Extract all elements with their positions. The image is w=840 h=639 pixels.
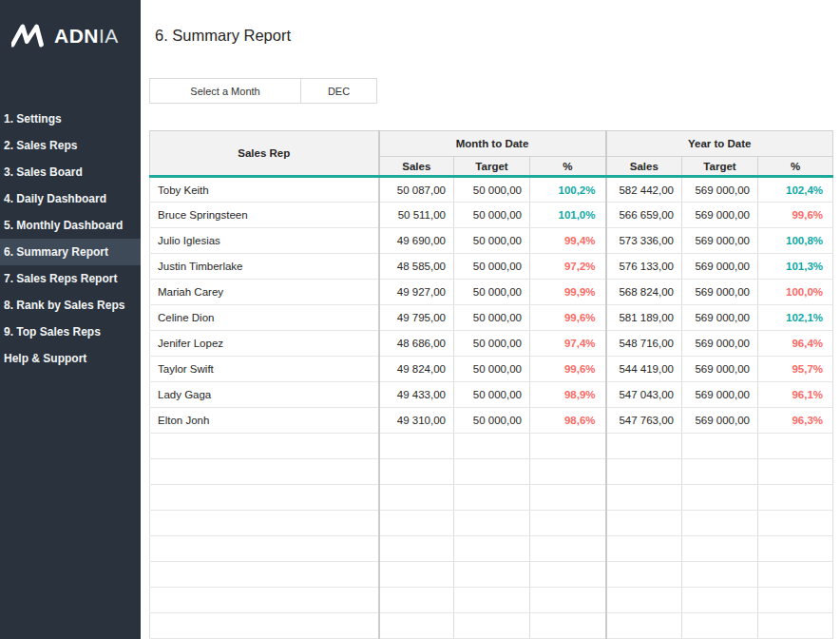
table-row: Taylor Swift49 824,0050 000,0099,6%544 4… (150, 357, 833, 382)
empty-row (150, 562, 833, 588)
cell-ytd-sales: 547 763,00 (606, 408, 682, 434)
month-selector-value[interactable]: DEC (301, 78, 377, 104)
table-header: Sales Rep Month to Date Year to Date Sal… (150, 131, 833, 177)
page-title: 6. Summary Report (155, 27, 291, 45)
cell-ytd-pct: 102,4% (758, 177, 833, 203)
adnia-mark-icon (11, 23, 48, 48)
empty-cell (682, 562, 758, 588)
empty-cell (379, 459, 454, 485)
cell-mtd-sales: 49 433,00 (379, 382, 454, 408)
cell-mtd-sales: 49 927,00 (379, 280, 454, 305)
cell-ytd-pct: 99,6% (758, 203, 833, 228)
cell-ytd-sales: 547 043,00 (606, 382, 682, 408)
sidebar-item-8-rank-by-sales-reps[interactable]: 8. Rank by Sales Reps (0, 292, 141, 319)
empty-cell (379, 613, 454, 639)
cell-mtd-pct: 97,4% (530, 331, 606, 357)
empty-cell (606, 459, 682, 485)
cell-ytd-pct: 100,8% (758, 228, 833, 254)
sidebar-item-6-summary-report[interactable]: 6. Summary Report (0, 239, 141, 265)
empty-cell (682, 588, 758, 613)
sidebar-item-5-monthly-dashboard[interactable]: 5. Monthly Dashboard (0, 212, 141, 239)
table-row: Celine Dion49 795,0050 000,0099,6%581 18… (150, 305, 833, 331)
table-row: Julio Iglesias49 690,0050 000,0099,4%573… (150, 228, 833, 254)
empty-cell (606, 613, 682, 639)
cell-ytd-target: 569 000,00 (682, 203, 758, 228)
empty-cell (758, 562, 833, 588)
brand-logo: ADNIA (0, 0, 141, 48)
empty-row (150, 613, 833, 639)
cell-ytd-target: 569 000,00 (682, 280, 758, 305)
cell-ytd-sales: 544 419,00 (606, 357, 682, 382)
cell-mtd-sales: 48 686,00 (379, 331, 454, 357)
subheader-ytd-sales: Sales (606, 157, 682, 177)
sidebar-item-4-daily-dashboard[interactable]: 4. Daily Dashboard (0, 185, 141, 212)
empty-cell (758, 434, 833, 459)
empty-cell (530, 434, 606, 459)
empty-cell (758, 485, 833, 511)
cell-mtd-target: 50 000,00 (454, 408, 530, 434)
empty-cell (454, 562, 530, 588)
col-header-sales-rep: Sales Rep (150, 131, 379, 177)
empty-cell (454, 588, 530, 613)
empty-cell (758, 511, 833, 536)
empty-cell (530, 613, 606, 639)
cell-mtd-target: 50 000,00 (454, 177, 530, 203)
empty-cell (530, 511, 606, 536)
sidebar-item-2-sales-reps[interactable]: 2. Sales Reps (0, 132, 141, 159)
cell-ytd-pct: 100,0% (758, 280, 833, 305)
cell-ytd-target: 569 000,00 (682, 408, 758, 434)
empty-row (150, 511, 833, 536)
cell-mtd-target: 50 000,00 (454, 280, 530, 305)
brand-name-bold: ADN (54, 25, 99, 47)
month-selector-label[interactable]: Select a Month (149, 78, 301, 104)
app-screen: ADNIA 1. Settings2. Sales Reps3. Sales B… (0, 0, 840, 639)
cell-mtd-sales: 49 690,00 (379, 228, 454, 254)
cell-mtd-target: 50 000,00 (454, 331, 530, 357)
sidebar-item-3-sales-board[interactable]: 3. Sales Board (0, 159, 141, 185)
table-row: Toby Keith50 087,0050 000,00100,2%582 44… (150, 177, 833, 203)
subheader-mtd-sales: Sales (379, 157, 454, 177)
cell-name: Lady Gaga (150, 382, 379, 408)
empty-cell (454, 434, 530, 459)
empty-cell (682, 459, 758, 485)
group-header-year-to-date: Year to Date (606, 131, 833, 157)
cell-mtd-pct: 99,9% (530, 280, 606, 305)
sidebar-item-1-settings[interactable]: 1. Settings (0, 106, 141, 132)
cell-mtd-pct: 101,0% (530, 203, 606, 228)
empty-row (150, 588, 833, 613)
empty-cell (454, 613, 530, 639)
cell-mtd-pct: 98,6% (530, 408, 606, 434)
empty-cell (379, 588, 454, 613)
cell-ytd-pct: 96,3% (758, 408, 833, 434)
subheader-ytd-target: Target (682, 157, 758, 177)
empty-cell (150, 536, 379, 562)
empty-cell (530, 459, 606, 485)
empty-cell (758, 536, 833, 562)
cell-ytd-sales: 576 133,00 (606, 254, 682, 280)
cell-name: Toby Keith (150, 177, 379, 203)
empty-cell (150, 459, 379, 485)
empty-cell (454, 536, 530, 562)
cell-ytd-pct: 101,3% (758, 254, 833, 280)
empty-cell (150, 613, 379, 639)
empty-cell (530, 562, 606, 588)
cell-mtd-pct: 99,6% (530, 357, 606, 382)
empty-cell (150, 485, 379, 511)
cell-name: Celine Dion (150, 305, 379, 331)
table-row: Bruce Springsteen50 511,0050 000,00101,0… (150, 203, 833, 228)
empty-cell (758, 588, 833, 613)
cell-mtd-target: 50 000,00 (454, 203, 530, 228)
sidebar-item-7-sales-reps-report[interactable]: 7. Sales Reps Report (0, 265, 141, 292)
cell-mtd-sales: 50 511,00 (379, 203, 454, 228)
empty-cell (454, 485, 530, 511)
cell-ytd-sales: 582 442,00 (606, 177, 682, 203)
sidebar-item-help-support[interactable]: Help & Support (0, 345, 141, 372)
empty-cell (682, 485, 758, 511)
empty-row (150, 459, 833, 485)
empty-cell (682, 536, 758, 562)
cell-mtd-target: 50 000,00 (454, 305, 530, 331)
empty-cell (150, 562, 379, 588)
empty-cell (379, 536, 454, 562)
sidebar-item-9-top-sales-reps[interactable]: 9. Top Sales Reps (0, 319, 141, 345)
cell-ytd-pct: 95,7% (758, 357, 833, 382)
